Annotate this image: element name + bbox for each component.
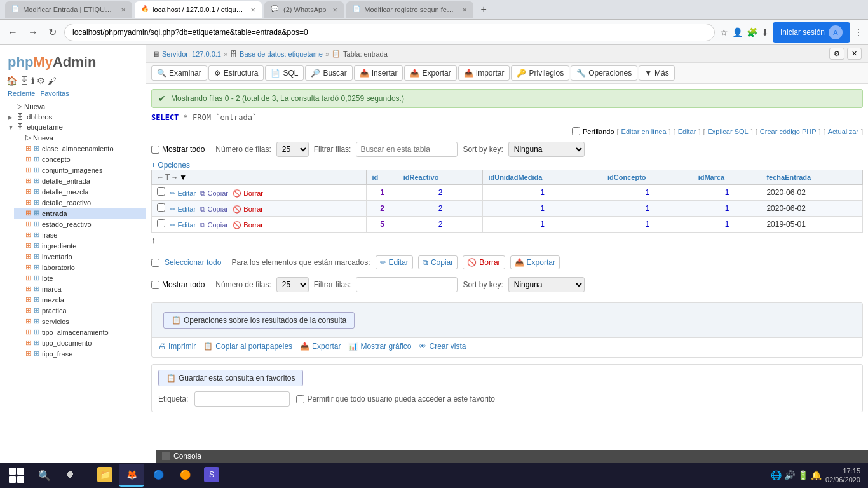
tree-item-lote[interactable]: ⊞ ⊞ lote [14,273,146,283]
home-icon[interactable]: 🏠 [6,76,17,86]
profile-icon[interactable]: 👤 [732,27,743,37]
select-all-checkbox[interactable] [151,259,159,267]
th-fechaEntrada[interactable]: fechaEntrada [761,170,863,185]
rows-select[interactable]: 25 50 100 250 [276,142,309,157]
delete-link[interactable]: 🚫 Borrar [233,205,263,213]
rows-bottom-select[interactable]: 25 50 100 250 [276,277,309,292]
toolbar-buscar[interactable]: 🔎 Buscar [305,65,352,81]
tree-item-dblibros[interactable]: ▶ 🗄 dblibros [5,112,146,122]
tree-item-laboratorio[interactable]: ⊞ ⊞ laboratorio [14,262,146,273]
fav-public-checkbox[interactable] [296,395,304,403]
menu-icon[interactable]: ⋮ [854,27,863,37]
row-checkbox[interactable] [157,187,165,196]
mostrar-todo-checkbox[interactable] [151,146,159,154]
tree-item-concepto[interactable]: ⊞ ⊞ concepto [14,154,146,165]
delete-link[interactable]: 🚫 Borrar [233,189,263,197]
tab-close-3[interactable]: ✕ [332,6,337,13]
save-fav-button[interactable]: 📋 Guardar esta consulta en favoritos [158,370,303,386]
row-checkbox[interactable] [157,219,165,227]
toolbar-importar[interactable]: 📥 Importar [458,65,510,81]
perfilando-checkbox[interactable] [572,127,580,135]
sort-idReactivo-link[interactable]: idReactivo [403,173,439,181]
fav-checkbox-label[interactable]: Permitir que todo usuario pueda acceder … [296,395,495,403]
toolbar-sql[interactable]: 📄 SQL [265,65,304,81]
tree-item-estado-reactivo[interactable]: ⊞ ⊞ estado_reactivo [14,219,146,229]
tree-item-detalle-reactivo[interactable]: ⊞ ⊞ detalle_reactivo [14,197,146,208]
mostrar-todo-bottom-label[interactable]: Mostrar todo [151,280,205,289]
edit-link[interactable]: ✏ Editar [170,189,196,197]
settings-bc-button[interactable]: ⚙ [829,48,844,60]
tab-close-4[interactable]: ✕ [462,6,467,13]
sync-icon[interactable]: ⬇ [761,27,769,37]
toolbar-exportar[interactable]: 📤 Exportar [404,65,456,81]
toolbar-privilegios[interactable]: 🔑 Privilegios [511,65,569,81]
fav-input[interactable] [194,391,290,407]
edit-link[interactable]: ✏ Editar [170,205,196,213]
tree-item-entrada[interactable]: ⊞ ⊞ entrada [14,208,146,219]
tree-item-practica[interactable]: ⊞ ⊞ practica [14,305,146,316]
sort-idConcepto-link[interactable]: idConcepto [607,173,646,181]
marked-editar-button[interactable]: ✏ Editar [376,255,413,269]
arrow-right-icon[interactable]: → [171,173,178,181]
sort-select[interactable]: Ninguna [508,142,585,157]
marked-copiar-button[interactable]: ⧉ Copiar [418,255,458,269]
chart-link[interactable]: 📊 Mostrar gráfico [348,342,411,351]
back-button[interactable]: ← [5,24,20,41]
reciente-link[interactable]: Reciente [8,90,35,97]
tree-item-clase-almacenamiento[interactable]: ⊞ ⊞ clase_almacenamiento [14,143,146,154]
marked-exportar-button[interactable]: 📤 Exportar [510,255,560,269]
options-link[interactable]: + Opciones [146,158,195,172]
tree-item-detalle-mezcla[interactable]: ⊞ ⊞ detalle_mezcla [14,186,146,197]
tab-4[interactable]: 📄 Modificar registro segun fecha e… ✕ [346,1,473,18]
sort-id-link[interactable]: id [372,173,378,181]
bookmark-icon[interactable]: ☆ [720,27,728,37]
delete-link[interactable]: 🚫 Borrar [233,221,263,229]
tree-item-nueva-top[interactable]: ▷ Nueva [5,101,146,112]
forward-button[interactable]: → [25,24,41,41]
print-link[interactable]: 🖨 Imprimir [158,342,196,351]
console-bar[interactable]: Consola [156,450,868,463]
clipboard-link[interactable]: 📋 Copiar al portapapeles [203,342,292,351]
tree-item-tipo-almacenamiento[interactable]: ⊞ ⊞ tipo_almacenamiento [14,327,146,337]
edit-link[interactable]: ✏ Editar [170,221,196,229]
toolbar-insertar[interactable]: 📥 Insertar [354,65,403,81]
tree-item-detalle-entrada[interactable]: ⊞ ⊞ detalle_entrada [14,175,146,186]
mostrar-todo-bottom-checkbox[interactable] [151,281,159,289]
crear-php-link[interactable]: Crear código PHP [760,128,817,135]
sort-dropdown-icon[interactable]: ▼ [179,173,187,182]
actualizar-link[interactable]: Actualizar [828,128,858,135]
sort-idMarca-link[interactable]: idMarca [698,173,725,181]
database-icon[interactable]: 🗄 [20,76,29,86]
arrow-left-icon[interactable]: ← [157,173,164,181]
th-idMarca[interactable]: idMarca [693,170,761,185]
up-arrow-icon[interactable]: ↑ [151,235,156,245]
row-checkbox[interactable] [157,203,165,212]
select-all-link[interactable]: Seleccionar todo [165,258,221,267]
breadcrumb-server[interactable]: Servidor: 127.0.0.1 [162,50,221,58]
tab-3[interactable]: 💬 (2) WhatsApp ✕ [264,1,344,18]
tree-item-servicios[interactable]: ⊞ ⊞ servicios [14,316,146,327]
toolbar-examinar[interactable]: 🔍 Examinar [151,65,207,81]
tree-item-tipo-documento[interactable]: ⊞ ⊞ tipo_documento [14,337,146,348]
tree-item-inventario[interactable]: ⊞ ⊞ inventario [14,251,146,262]
editar-link[interactable]: Editar [678,128,696,135]
reload-button[interactable]: ↻ [46,24,59,41]
editar-linea-link[interactable]: Editar en línea [621,128,667,135]
ops-panel-button[interactable]: 📋 Operaciones sobre los resultados de la… [163,312,355,329]
sort-bottom-select[interactable]: Ninguna [508,277,585,292]
explicar-sql-link[interactable]: Explicar SQL [708,128,749,135]
export-ops-link[interactable]: 📤 Exportar [300,342,341,351]
tree-item-nueva-sub[interactable]: ▷ Nueva [14,132,146,143]
tree-item-frase[interactable]: ⊞ ⊞ frase [14,229,146,240]
settings-icon[interactable]: ⚙ [37,76,45,86]
toolbar-mas[interactable]: ▼ Más [639,65,675,81]
select-all-checkbox-label[interactable] [151,259,159,267]
toolbar-operaciones[interactable]: 🔧 Operaciones [571,65,637,81]
mostrar-todo-label[interactable]: Mostrar todo [151,145,205,154]
breadcrumb-database[interactable]: Base de datos: etiquetame [240,50,323,58]
extension-icon[interactable]: 🧩 [747,27,757,37]
info-icon[interactable]: ℹ [31,76,34,86]
address-input[interactable] [64,24,715,41]
tree-item-tipo-frase[interactable]: ⊞ ⊞ tipo_frase [14,348,146,359]
view-link[interactable]: 👁 Crear vista [419,342,466,351]
